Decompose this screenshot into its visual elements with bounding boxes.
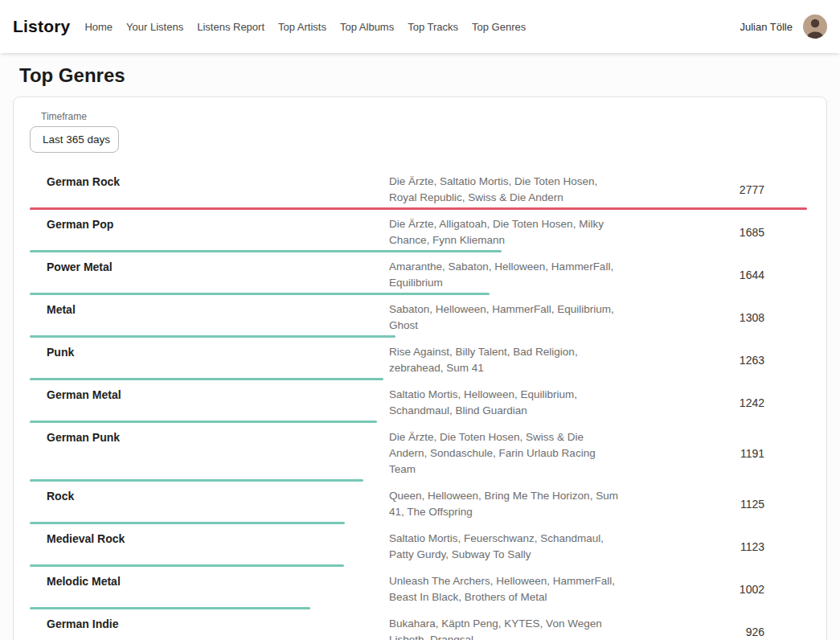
genre-row: Melodic Metal Unleash The Archers, Hello… (30, 567, 807, 609)
genre-artists: Rise Against, Billy Talent, Bad Religion… (389, 344, 618, 376)
genre-artists: Die Ärzte, Die Toten Hosen, Swiss & Die … (389, 429, 618, 478)
genre-row: Medieval Rock Saltatio Mortis, Feuerschw… (30, 524, 807, 567)
page-title: Top Genres (0, 64, 840, 87)
genre-row: Metal Sabaton, Helloween, HammerFall, Eq… (30, 295, 807, 338)
user-name: Julian Tölle (740, 21, 793, 33)
genre-row-main: German Pop Die Ärzte, Alligatoah, Die To… (30, 216, 807, 248)
genre-row: German Indie Bukahara, Käptn Peng, KYTES… (30, 609, 807, 640)
nav-item-top-artists[interactable]: Top Artists (278, 21, 326, 33)
genre-artists: Queen, Helloween, Bring Me The Horizon, … (389, 488, 618, 520)
app-logo[interactable]: Listory (13, 17, 70, 36)
top-genres-card: Timeframe Last 365 days German Rock Die … (13, 96, 827, 640)
genre-count: 926 (642, 626, 807, 638)
genre-row: German Rock Die Ärzte, Saltatio Mortis, … (30, 167, 807, 210)
genre-count: 1644 (642, 269, 807, 281)
genre-artists: Sabaton, Helloween, HammerFall, Equilibr… (389, 302, 618, 334)
genre-artists: Unleash The Archers, Helloween, HammerFa… (389, 573, 618, 605)
genre-artists: Amaranthe, Sabaton, Helloween, HammerFal… (389, 259, 618, 291)
genre-row-main: German Indie Bukahara, Käptn Peng, KYTES… (30, 616, 807, 640)
genre-row-main: Power Metal Amaranthe, Sabaton, Hellowee… (30, 259, 807, 291)
genre-name: Medieval Rock (30, 531, 389, 547)
user-menu[interactable]: Julian Tölle (740, 14, 827, 39)
genre-row: Punk Rise Against, Billy Talent, Bad Rel… (30, 338, 807, 380)
genre-name: German Punk (30, 429, 389, 445)
genre-artists: Saltatio Mortis, Feuerschwanz, Schandmau… (389, 531, 618, 563)
genre-count: 2777 (642, 183, 807, 196)
genre-name: German Indie (30, 616, 389, 632)
genre-row-main: Metal Sabaton, Helloween, HammerFall, Eq… (30, 302, 807, 334)
nav-links: HomeYour ListensListens ReportTop Artist… (84, 21, 740, 33)
genre-count: 1123 (642, 540, 807, 553)
genre-row-main: German Punk Die Ärzte, Die Toten Hosen, … (30, 429, 807, 478)
genre-count: 1308 (642, 311, 807, 324)
genre-name: Metal (30, 302, 389, 318)
genre-artists: Die Ärzte, Alligatoah, Die Toten Hosen, … (389, 216, 618, 248)
genre-name: Power Metal (30, 259, 389, 275)
nav-item-listens-report[interactable]: Listens Report (197, 21, 264, 33)
genre-name: Rock (30, 488, 389, 504)
person-icon (803, 14, 827, 39)
timeframe-label: Timeframe (41, 111, 826, 122)
genre-row: German Pop Die Ärzte, Alligatoah, Die To… (30, 210, 807, 252)
timeframe-filter: Timeframe Last 365 days (30, 111, 826, 153)
nav-item-top-genres[interactable]: Top Genres (472, 21, 526, 33)
genre-row: Rock Queen, Helloween, Bring Me The Hori… (30, 482, 807, 524)
genre-count: 1125 (642, 498, 807, 511)
genre-name: German Pop (30, 216, 389, 232)
genre-row-main: Medieval Rock Saltatio Mortis, Feuerschw… (30, 531, 807, 563)
nav-item-home[interactable]: Home (84, 21, 113, 33)
genre-row-main: Melodic Metal Unleash The Archers, Hello… (30, 573, 807, 605)
genre-table: German Rock Die Ärzte, Saltatio Mortis, … (30, 167, 807, 640)
genre-row: German Punk Die Ärzte, Die Toten Hosen, … (30, 423, 807, 482)
genre-artists: Bukahara, Käptn Peng, KYTES, Von Wegen L… (389, 616, 618, 640)
timeframe-select[interactable]: Last 365 days (30, 126, 119, 153)
nav-item-your-listens[interactable]: Your Listens (126, 21, 183, 33)
app-bar: Listory HomeYour ListensListens ReportTo… (0, 0, 840, 53)
genre-row-main: Punk Rise Against, Billy Talent, Bad Rel… (30, 344, 807, 376)
user-avatar[interactable] (803, 14, 827, 39)
genre-count: 1263 (642, 354, 807, 367)
genre-name: Melodic Metal (30, 573, 389, 589)
genre-count: 1242 (642, 396, 807, 409)
genre-count: 1191 (642, 447, 807, 460)
genre-row-main: German Rock Die Ärzte, Saltatio Mortis, … (30, 174, 807, 206)
genre-artists: Saltatio Mortis, Helloween, Equilibrium,… (389, 387, 618, 419)
genre-artists: Die Ärzte, Saltatio Mortis, Die Toten Ho… (389, 174, 618, 206)
nav-item-top-tracks[interactable]: Top Tracks (408, 21, 458, 33)
genre-row: Power Metal Amaranthe, Sabaton, Hellowee… (30, 252, 807, 295)
genre-name: German Metal (30, 387, 389, 403)
genre-row: German Metal Saltatio Mortis, Helloween,… (30, 380, 807, 423)
nav-item-top-albums[interactable]: Top Albums (340, 21, 394, 33)
genre-row-main: German Metal Saltatio Mortis, Helloween,… (30, 387, 807, 419)
genre-name: German Rock (30, 174, 389, 190)
genre-count: 1685 (642, 226, 807, 239)
genre-row-main: Rock Queen, Helloween, Bring Me The Hori… (30, 488, 807, 520)
genre-name: Punk (30, 344, 389, 360)
genre-count: 1002 (642, 583, 807, 596)
